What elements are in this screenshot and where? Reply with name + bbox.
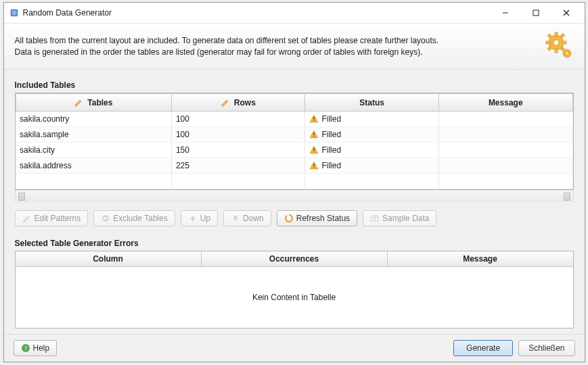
- cell-rows: 100: [171, 127, 305, 143]
- arrow-up-icon: [188, 214, 198, 223]
- col-header-tables[interactable]: Tables: [16, 94, 171, 112]
- col-header-column[interactable]: Column: [16, 251, 202, 267]
- included-tables-label: Included Tables: [15, 80, 574, 90]
- warning-icon: [309, 130, 319, 139]
- errors-empty-text: Kein Content in Tabelle: [16, 267, 573, 328]
- pencil-icon: [221, 99, 229, 107]
- cell-table: sakila.city: [16, 143, 171, 158]
- warning-icon: [309, 161, 319, 170]
- cell-table: sakila.country: [16, 112, 171, 127]
- svg-rect-25: [314, 167, 315, 168]
- cell-message: [438, 112, 572, 127]
- refresh-icon: [284, 214, 294, 223]
- horizontal-scrollbar[interactable]: [15, 190, 574, 202]
- gear-icon: [544, 30, 574, 62]
- cell-rows: 100: [171, 112, 305, 127]
- window-controls: [491, 3, 582, 23]
- up-button[interactable]: Up: [181, 210, 218, 226]
- warning-icon: [309, 114, 319, 124]
- titlebar: Random Data Generator: [4, 3, 585, 24]
- errors-grid[interactable]: Column Occurrences Message Kein Content …: [15, 251, 574, 328]
- arrow-down-icon: [231, 214, 240, 223]
- refresh-status-button[interactable]: Refresh Status: [277, 210, 357, 226]
- maximize-button[interactable]: [521, 3, 551, 23]
- errors-label: Selected Table Generator Errors: [15, 239, 574, 248]
- col-header-occurrences[interactable]: Occurrences: [202, 251, 388, 267]
- svg-point-7: [553, 40, 559, 45]
- svg-text:?: ?: [24, 345, 27, 351]
- footer: ? Help Generate Schließen: [4, 334, 585, 362]
- table-row[interactable]: sakila.address 225 Filled: [16, 158, 572, 174]
- svg-rect-9: [555, 49, 558, 53]
- generate-button[interactable]: Generate: [453, 340, 513, 356]
- included-tables-grid[interactable]: Tables Rows Status Message sakila.countr…: [15, 93, 574, 190]
- down-button[interactable]: Down: [223, 210, 271, 226]
- svg-rect-21: [314, 136, 315, 137]
- svg-rect-3: [533, 10, 539, 16]
- header: All tables from the current layout are i…: [4, 24, 585, 70]
- cell-status: Filled: [305, 158, 439, 174]
- cell-table: sakila.sample: [16, 127, 171, 143]
- pencil-icon: [22, 214, 32, 223]
- svg-rect-1: [12, 11, 16, 16]
- svg-rect-22: [314, 148, 315, 151]
- sample-data-button[interactable]: Sample Data: [363, 210, 436, 226]
- help-icon: ?: [21, 343, 30, 353]
- edit-patterns-button[interactable]: Edit Patterns: [15, 210, 89, 226]
- cell-rows: 150: [171, 143, 305, 158]
- toolbar: Edit Patterns Exclude Tables Up Down Ref…: [15, 210, 574, 226]
- dialog-body: Included Tables Tables Rows Status: [4, 70, 585, 334]
- window-title: Random Data Generator: [23, 8, 491, 18]
- svg-rect-10: [546, 41, 550, 44]
- cell-status: Filled: [305, 143, 439, 158]
- help-button[interactable]: ? Help: [14, 340, 58, 356]
- exclude-tables-button[interactable]: Exclude Tables: [93, 210, 175, 226]
- col-header-message[interactable]: Message: [438, 94, 572, 112]
- svg-rect-23: [314, 151, 315, 152]
- col-header-message[interactable]: Message: [388, 251, 573, 267]
- header-text: All tables from the current layout are i…: [15, 35, 537, 58]
- table-row[interactable]: sakila.country 100 Filled: [16, 112, 572, 127]
- cell-status: Filled: [305, 127, 439, 143]
- cell-message: [438, 127, 572, 143]
- svg-point-17: [566, 52, 568, 55]
- table-row[interactable]: sakila.sample 100 Filled: [16, 127, 572, 143]
- close-button[interactable]: [551, 3, 582, 23]
- dialog-window: Random Data Generator All tables from th…: [3, 2, 585, 362]
- cell-status: Filled: [305, 112, 439, 127]
- warning-icon: [309, 145, 319, 155]
- table-row-empty: [16, 174, 572, 189]
- errors-header: Column Occurrences Message: [16, 251, 573, 267]
- svg-rect-19: [314, 120, 315, 121]
- app-icon: [9, 8, 19, 18]
- col-header-status[interactable]: Status: [305, 94, 439, 112]
- col-header-rows[interactable]: Rows: [171, 94, 305, 112]
- table-row[interactable]: sakila.city 150 Filled: [16, 143, 572, 158]
- header-line2: Data is generated in the order the table…: [15, 47, 537, 58]
- cell-table: sakila.address: [16, 158, 171, 174]
- header-line1: All tables from the current layout are i…: [15, 35, 537, 47]
- minus-icon: [101, 214, 110, 223]
- svg-rect-27: [104, 218, 108, 219]
- cell-rows: 225: [171, 158, 305, 174]
- svg-rect-8: [555, 32, 558, 36]
- pencil-icon: [74, 99, 83, 107]
- close-dialog-button[interactable]: Schließen: [518, 340, 574, 356]
- minimize-button[interactable]: [491, 3, 521, 23]
- cell-message: [438, 158, 572, 174]
- svg-rect-24: [314, 164, 315, 166]
- cell-message: [438, 143, 572, 158]
- table-icon: [370, 214, 380, 223]
- svg-rect-20: [314, 132, 315, 135]
- svg-rect-18: [314, 117, 315, 120]
- svg-rect-11: [562, 41, 566, 44]
